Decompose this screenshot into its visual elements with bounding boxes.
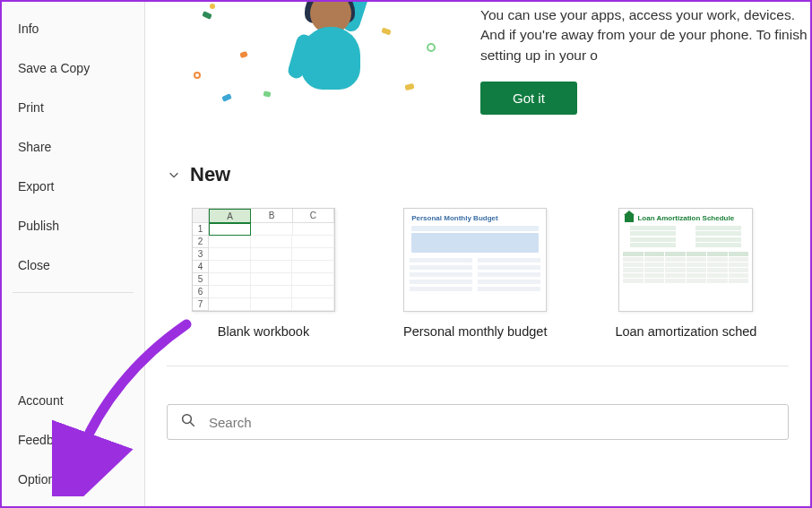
search-row: [145, 366, 810, 440]
sidebar-item-share[interactable]: Share: [2, 127, 144, 167]
template-label: Loan amortization sched: [615, 324, 756, 339]
sidebar-item-close[interactable]: Close: [2, 245, 144, 285]
new-section: New A B C 1 2 3 4: [145, 163, 810, 339]
sidebar-item-account[interactable]: Account: [2, 381, 144, 420]
sidebar-item-label: Account: [18, 393, 64, 408]
sidebar-item-label: Options: [18, 472, 61, 486]
banner-illustration: [158, 2, 480, 127]
template-thumb: A B C 1 2 3 4 5 6 7: [192, 208, 335, 312]
sidebar-item-label: Export: [18, 179, 54, 194]
sidebar-item-save-a-copy[interactable]: Save a Copy: [2, 48, 144, 88]
sidebar-item-label: Publish: [18, 219, 59, 233]
backstage-main: You can use your apps, access your work,…: [145, 2, 810, 506]
sidebar-item-info[interactable]: Info: [2, 9, 144, 48]
sidebar-item-label: Share: [18, 140, 51, 154]
new-section-header[interactable]: New: [167, 163, 789, 186]
sidebar-item-export[interactable]: Export: [2, 167, 144, 206]
got-it-button[interactable]: Got it: [480, 82, 577, 115]
sidebar-item-publish[interactable]: Publish: [2, 206, 144, 245]
template-personal-monthly-budget[interactable]: Personal Monthly Budget Personal monthly…: [403, 208, 547, 339]
sidebar-item-print[interactable]: Print: [2, 88, 144, 127]
search-icon: [180, 412, 196, 432]
template-label: Personal monthly budget: [403, 324, 547, 339]
setup-banner: You can use your apps, access your work,…: [145, 2, 810, 136]
thumb-title: Personal Monthly Budget: [404, 209, 546, 224]
svg-line-1: [190, 422, 194, 426]
template-label: Blank workbook: [218, 324, 309, 339]
sidebar-item-feedback[interactable]: Feedback: [2, 420, 144, 460]
template-thumb: Personal Monthly Budget: [403, 208, 547, 312]
search-box[interactable]: [167, 404, 789, 440]
sidebar-item-label: Feedback: [18, 433, 73, 447]
chevron-down-icon: [167, 168, 181, 182]
template-thumb: Loan Amortization Schedule: [618, 208, 753, 312]
svg-point-0: [183, 415, 192, 424]
template-loan-amortization[interactable]: Loan Amortization Schedule: [615, 208, 756, 339]
templates-row: A B C 1 2 3 4 5 6 7 Blank workbook: [167, 208, 789, 339]
template-blank-workbook[interactable]: A B C 1 2 3 4 5 6 7 Blank workbook: [192, 208, 335, 339]
person-waving-icon: [265, 2, 382, 109]
sidebar-item-options[interactable]: Options: [2, 460, 144, 499]
new-section-title: New: [190, 163, 230, 186]
sidebar-item-label: Close: [18, 258, 50, 272]
sidebar-divider: [13, 292, 134, 293]
bank-icon: [625, 215, 634, 222]
sidebar-item-label: Info: [18, 22, 39, 36]
sidebar-item-label: Save a Copy: [18, 61, 90, 75]
sidebar-item-label: Print: [18, 100, 44, 115]
banner-text-block: You can use your apps, access your work,…: [480, 2, 810, 115]
banner-text: You can use your apps, access your work,…: [480, 5, 810, 65]
backstage-sidebar: Info Save a Copy Print Share Export Publ…: [2, 2, 145, 506]
search-input[interactable]: [209, 415, 775, 430]
thumb-title: Loan Amortization Schedule: [619, 209, 752, 224]
